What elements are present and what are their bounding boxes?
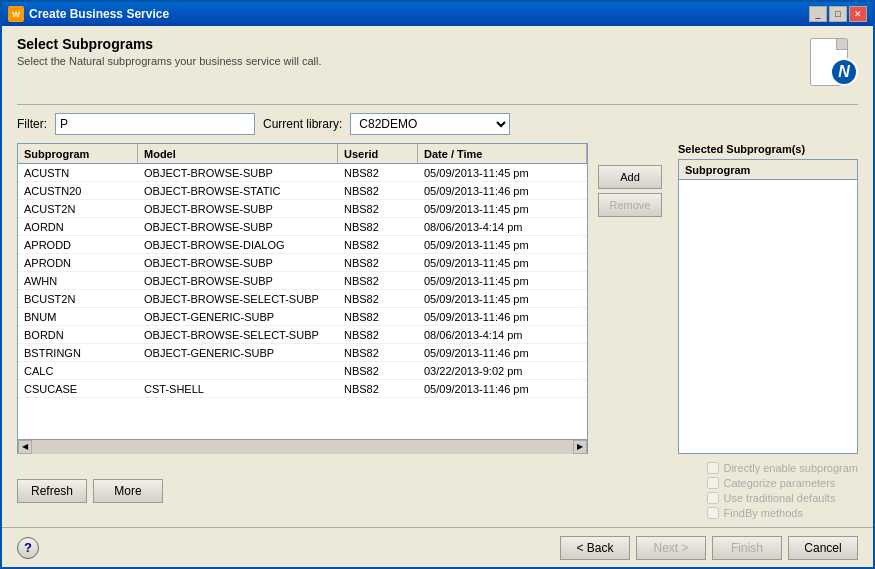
window-title: Create Business Service	[29, 7, 169, 21]
checkbox-categorize: Categorize parameters	[707, 477, 858, 489]
cell-subprogram: ACUSTN20	[18, 184, 138, 198]
cell-subprogram: BCUST2N	[18, 292, 138, 306]
cell-userid: NBS82	[338, 328, 418, 342]
table-row[interactable]: BNUM OBJECT-GENERIC-SUBP NBS82 05/09/201…	[18, 308, 587, 326]
table-row[interactable]: APRODD OBJECT-BROWSE-DIALOG NBS82 05/09/…	[18, 236, 587, 254]
maximize-button[interactable]: □	[829, 6, 847, 22]
filter-label: Filter:	[17, 117, 47, 131]
header-divider	[17, 104, 858, 105]
page-title: Select Subprograms	[17, 36, 321, 52]
checkbox-section: Directly enable subprogram Categorize pa…	[707, 462, 858, 519]
cell-userid: NBS82	[338, 382, 418, 396]
scroll-left-arrow[interactable]: ◀	[18, 440, 32, 454]
cell-userid: NBS82	[338, 310, 418, 324]
next-button[interactable]: Next >	[636, 536, 706, 560]
cell-userid: NBS82	[338, 202, 418, 216]
cell-model: OBJECT-GENERIC-SUBP	[138, 310, 338, 324]
close-button[interactable]: ✕	[849, 6, 867, 22]
cell-datetime: 03/22/2013-9:02 pm	[418, 364, 587, 378]
cell-datetime: 05/09/2013-11:46 pm	[418, 310, 587, 324]
scroll-right-arrow[interactable]: ▶	[573, 440, 587, 454]
checkbox-traditional: Use traditional defaults	[707, 492, 858, 504]
cell-userid: NBS82	[338, 220, 418, 234]
header-section: Select Subprograms Select the Natural su…	[17, 36, 858, 86]
main-window: W Create Business Service _ □ ✕ Select S…	[0, 0, 875, 569]
back-button[interactable]: < Back	[560, 536, 630, 560]
checkbox-traditional-label: Use traditional defaults	[723, 492, 835, 504]
titlebar-left: W Create Business Service	[8, 6, 169, 22]
horizontal-scrollbar[interactable]: ◀ ▶	[18, 439, 587, 453]
minimize-button[interactable]: _	[809, 6, 827, 22]
filter-row: Filter: Current library: C82DEMO	[17, 113, 858, 135]
cell-subprogram: ACUST2N	[18, 202, 138, 216]
remove-button[interactable]: Remove	[598, 193, 662, 217]
cell-datetime: 05/09/2013-11:46 pm	[418, 346, 587, 360]
cell-datetime: 05/09/2013-11:45 pm	[418, 238, 587, 252]
checkbox-directly-enable: Directly enable subprogram	[707, 462, 858, 474]
selected-list-header: Subprogram	[679, 160, 857, 180]
cell-datetime: 05/09/2013-11:46 pm	[418, 184, 587, 198]
table-row[interactable]: BSTRINGN OBJECT-GENERIC-SUBP NBS82 05/09…	[18, 344, 587, 362]
cell-model: OBJECT-BROWSE-SUBP	[138, 166, 338, 180]
table-row[interactable]: AORDN OBJECT-BROWSE-SUBP NBS82 08/06/201…	[18, 218, 587, 236]
list-header: Subprogram Model Userid Date / Time	[18, 144, 587, 164]
cell-datetime: 08/06/2013-4:14 pm	[418, 328, 587, 342]
cell-model: OBJECT-BROWSE-SUBP	[138, 274, 338, 288]
more-button[interactable]: More	[93, 479, 163, 503]
table-row[interactable]: ACUSTN OBJECT-BROWSE-SUBP NBS82 05/09/20…	[18, 164, 587, 182]
list-body[interactable]: ACUSTN OBJECT-BROWSE-SUBP NBS82 05/09/20…	[18, 164, 587, 439]
titlebar: W Create Business Service _ □ ✕	[2, 2, 873, 26]
table-row[interactable]: APRODN OBJECT-BROWSE-SUBP NBS82 05/09/20…	[18, 254, 587, 272]
header-text: Select Subprograms Select the Natural su…	[17, 36, 321, 67]
finish-button[interactable]: Finish	[712, 536, 782, 560]
subprogram-list: Subprogram Model Userid Date / Time ACUS…	[17, 143, 588, 454]
cell-model: CST-SHELL	[138, 382, 338, 396]
cell-subprogram: AWHN	[18, 274, 138, 288]
app-icon: W	[8, 6, 24, 22]
svg-text:W: W	[12, 10, 20, 19]
refresh-button[interactable]: Refresh	[17, 479, 87, 503]
table-row[interactable]: AWHN OBJECT-BROWSE-SUBP NBS82 05/09/2013…	[18, 272, 587, 290]
help-button[interactable]: ?	[17, 537, 39, 559]
table-row[interactable]: CALC NBS82 03/22/2013-9:02 pm	[18, 362, 587, 380]
page-subtitle: Select the Natural subprograms your busi…	[17, 55, 321, 67]
cell-model: OBJECT-BROWSE-STATIC	[138, 184, 338, 198]
cancel-button[interactable]: Cancel	[788, 536, 858, 560]
footer-right: < Back Next > Finish Cancel	[560, 536, 858, 560]
cell-datetime: 05/09/2013-11:45 pm	[418, 256, 587, 270]
window-controls: _ □ ✕	[809, 6, 867, 22]
checkbox-directly-enable-input[interactable]	[707, 462, 719, 474]
checkbox-directly-enable-label: Directly enable subprogram	[723, 462, 858, 474]
table-row[interactable]: BORDN OBJECT-BROWSE-SELECT-SUBP NBS82 08…	[18, 326, 587, 344]
bottom-section: Refresh More Directly enable subprogram …	[17, 454, 858, 527]
add-button[interactable]: Add	[598, 165, 662, 189]
checkbox-categorize-label: Categorize parameters	[723, 477, 835, 489]
col-header-userid: Userid	[338, 144, 418, 163]
library-select[interactable]: C82DEMO	[350, 113, 510, 135]
cell-model: OBJECT-BROWSE-SELECT-SUBP	[138, 328, 338, 342]
checkbox-findby-input[interactable]	[707, 507, 719, 519]
footer-left: ?	[17, 537, 39, 559]
checkbox-categorize-input[interactable]	[707, 477, 719, 489]
right-panel: Selected Subprogram(s) Subprogram	[678, 143, 858, 454]
cell-subprogram: BSTRINGN	[18, 346, 138, 360]
cell-subprogram: BORDN	[18, 328, 138, 342]
cell-datetime: 05/09/2013-11:45 pm	[418, 202, 587, 216]
cell-userid: NBS82	[338, 346, 418, 360]
checkbox-traditional-input[interactable]	[707, 492, 719, 504]
cell-model: OBJECT-GENERIC-SUBP	[138, 346, 338, 360]
middle-panel: Add Remove	[598, 143, 668, 454]
scroll-track	[32, 440, 573, 454]
filter-input[interactable]	[55, 113, 255, 135]
table-row[interactable]: BCUST2N OBJECT-BROWSE-SELECT-SUBP NBS82 …	[18, 290, 587, 308]
logo-n: N	[830, 58, 858, 86]
cell-subprogram: APRODN	[18, 256, 138, 270]
table-row[interactable]: ACUSTN20 OBJECT-BROWSE-STATIC NBS82 05/0…	[18, 182, 587, 200]
table-row[interactable]: CSUCASE CST-SHELL NBS82 05/09/2013-11:46…	[18, 380, 587, 398]
cell-subprogram: CALC	[18, 364, 138, 378]
col-header-subprogram: Subprogram	[18, 144, 138, 163]
cell-model: OBJECT-BROWSE-SUBP	[138, 220, 338, 234]
cell-subprogram: BNUM	[18, 310, 138, 324]
cell-model: OBJECT-BROWSE-DIALOG	[138, 238, 338, 252]
table-row[interactable]: ACUST2N OBJECT-BROWSE-SUBP NBS82 05/09/2…	[18, 200, 587, 218]
